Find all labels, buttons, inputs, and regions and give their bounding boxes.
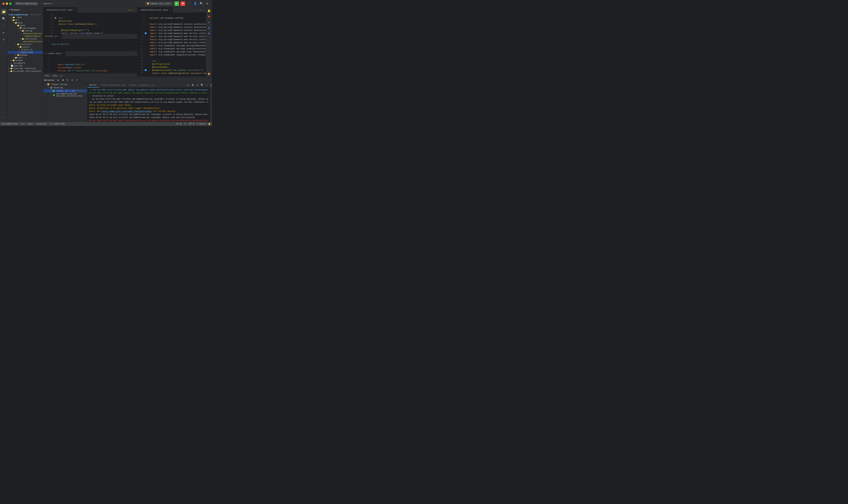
tree-item-static[interactable]: ▼ 📁 static (8, 46, 43, 48)
js-file-icon: JS (21, 49, 23, 51)
stop-button[interactable]: ■ (180, 1, 185, 6)
tomcat-selector[interactable]: 🐱 Tomcat 10.1.232 ▾ (145, 2, 173, 5)
tree-item-com-example[interactable]: ▼ 📦 com.example (8, 27, 43, 30)
tab-close-button[interactable]: × (73, 9, 75, 11)
tree-item-java[interactable]: ▼ 📁 java (8, 24, 43, 27)
service-item-tomcat-instance[interactable]: ▼ ⬤ Tomcat 10.1.232 local (43, 89, 87, 92)
slf4j-link[interactable]: https://www.slf4j.org/codes.html#noProvi… (102, 110, 152, 112)
more-button[interactable]: ⋮ (187, 1, 191, 6)
ai-icon[interactable]: M (207, 32, 211, 36)
tree-item-index-html[interactable]: <> index.html (8, 51, 43, 54)
services-filter-btn[interactable]: ⌦ (66, 78, 70, 82)
index-html-editor[interactable]: 123456789101112 <meta charset="UTF-8"> <… (43, 56, 137, 73)
branch-selector[interactable]: ⑂ master ▾ (41, 2, 53, 5)
sidebar-icon-more[interactable]: ⋯ (1, 114, 7, 120)
chevron-down-icon: ▼ (45, 84, 46, 85)
tree-item-target[interactable]: ▶ 📁 target (8, 59, 43, 62)
tree-item-pom-xml[interactable]: 📄 pom.xml (8, 65, 43, 67)
notification-icon[interactable]: 🔔 (208, 123, 210, 125)
folder-icon: 📁 (10, 67, 13, 70)
tab-test-js[interactable]: JS test.js × (43, 34, 62, 39)
project-name[interactable]: SM SpringMVCStudy (15, 2, 38, 5)
tab-close-button[interactable]: × (169, 9, 171, 11)
folder-icon: 📁 (15, 22, 17, 24)
tab-close-button[interactable]: × (58, 35, 60, 37)
tab-index-html[interactable]: <> index.html × (43, 51, 66, 57)
tree-item-hello-controller[interactable]: ☕ HelloController (8, 40, 43, 43)
git-file-icon: ● (11, 62, 12, 64)
chevron-right-icon: ▶ (15, 54, 17, 56)
line-numbers: 123456789101112 (43, 56, 50, 73)
tab-close-button[interactable]: × (61, 53, 64, 55)
sidebar-icon-vcs[interactable]: ⑂ (1, 23, 7, 29)
user-icon[interactable]: 👤 (193, 1, 197, 6)
tree-item-main-initializer[interactable]: ☕ MainInitializer (8, 32, 43, 35)
service-item-tomcat-server[interactable]: ▼ 🐱 Tomcat Server (43, 83, 87, 86)
output-tab-catalina[interactable]: Tomcat Catalina Log (99, 83, 127, 88)
services-play-btn[interactable]: ▶ (56, 78, 60, 82)
tree-item-test[interactable]: ▶ 📁 test (8, 56, 43, 59)
services-settings-btn[interactable]: ⚙ (70, 78, 74, 82)
services-stop-btn[interactable]: ■ (61, 78, 65, 82)
gradle-icon[interactable]: 📦 (207, 72, 211, 76)
line-numbers: 1234567891011121314151617181920212223242… (137, 13, 144, 76)
editor-settings-icon[interactable]: ⋮ (134, 35, 136, 38)
test-js-editor[interactable]: 1 alert("Hello") (43, 39, 137, 51)
output-log[interactable]: ✓ ▶ 02-Jun-2024 15:37:29.016 INFO [main]… (87, 88, 210, 122)
tree-item-controller[interactable]: ▼ 📁 controller (8, 38, 43, 40)
tree-item-main[interactable]: ▼ 📁 main (8, 21, 43, 24)
output-tab-server[interactable]: Server (87, 83, 99, 88)
html-file-icon: <> (18, 51, 20, 54)
tree-item-gitignore[interactable]: ● .gitignore (8, 62, 43, 65)
database-icon[interactable]: 🗄 (207, 26, 211, 30)
tree-item-webapp[interactable]: ▶ 📁 webapp (8, 54, 43, 56)
run-icon[interactable]: ▶ (207, 20, 211, 24)
tree-item-resources[interactable]: ▼ 📁 resources (8, 43, 43, 46)
tree-item-src[interactable]: ▼ 📁 src (8, 19, 43, 21)
tree-item-config[interactable]: ▼ 📁 config (8, 30, 43, 32)
tree-item-test-js[interactable]: JS test.js (8, 48, 43, 51)
run-button[interactable]: ▶ (174, 1, 179, 6)
tree-item-root[interactable]: ▼ SpringMVCStudy ~/Desktop/CS (8, 14, 43, 16)
search-icon[interactable]: 🔍 (199, 1, 204, 6)
folder-icon: 📁 (13, 16, 15, 19)
folder-icon: 📁 (17, 43, 19, 46)
service-item-artifact[interactable]: ✓ ⬤ SpringMVCStudy:war exploded [Synchro… (43, 92, 87, 97)
tree-item-ext-libs[interactable]: ▶ 📁 External Libraries (8, 67, 43, 70)
sidebar-icon-search[interactable]: 🔍 (1, 16, 7, 22)
tab-hello-controller[interactable]: ☕ HelloController.java × (43, 7, 77, 13)
notifications-icon[interactable]: 🔔 (207, 8, 211, 13)
output-scroll-btn[interactable]: ⤓ (195, 83, 199, 87)
java-file-icon: ☕ (21, 40, 23, 43)
sidebar-icon-plugins[interactable]: ⊞ (1, 36, 7, 42)
chevron-down-icon: ▼ (18, 46, 19, 48)
output-refresh-btn[interactable]: ↻ (186, 83, 190, 87)
sidebar-icon-folder[interactable]: 📁 (1, 9, 7, 15)
chevron-right-icon: ▶ (13, 57, 14, 59)
editor-settings-icon[interactable]: ⋮ (134, 52, 136, 55)
sidebar-icon-run[interactable]: ▶ (1, 30, 7, 36)
tree-item-web-configura[interactable]: ☕ WebConfigura (8, 35, 43, 38)
tree-item-idea[interactable]: ▶ 📁 .idea (8, 16, 43, 19)
scrollbar-thumb[interactable] (210, 84, 212, 87)
minimize-button[interactable] (6, 2, 8, 5)
bookmarks-icon[interactable]: 🔖 (207, 14, 211, 19)
output-tab-localhost[interactable]: Tomcat Localhost Log (127, 83, 157, 88)
output-clear-btn[interactable]: 🗑 (191, 83, 195, 87)
editor-settings-icon[interactable]: ⋮ (202, 8, 204, 11)
service-item-running[interactable]: ▼ ⬤ Running (43, 86, 87, 89)
hello-controller-editor[interactable]: 9101112131415161717 ⬤ new * @Controller … (43, 13, 137, 34)
tree-item-scratches[interactable]: ▶ 📁 Scratches and Consoles (8, 70, 43, 73)
settings-icon[interactable]: ⚙ (205, 1, 210, 6)
output-filter-btn[interactable]: 🔍 (200, 83, 204, 87)
tab-web-configuration[interactable]: ☕ WebConfiguration.java × (137, 7, 173, 13)
close-button[interactable] (2, 2, 5, 5)
line-numbers: 1 (43, 39, 50, 51)
services-scrollbar[interactable] (210, 83, 212, 122)
editor-settings-icon[interactable]: ⋮ (134, 8, 136, 11)
services-add-btn[interactable]: + (75, 78, 79, 82)
output-more-btn[interactable]: ⋯ (205, 83, 209, 87)
maximize-button[interactable] (9, 2, 12, 5)
project-panel-header[interactable]: ▼ Project (8, 7, 43, 13)
web-configuration-editor[interactable]: 1234567891011121314151617181920212223242… (137, 13, 206, 76)
